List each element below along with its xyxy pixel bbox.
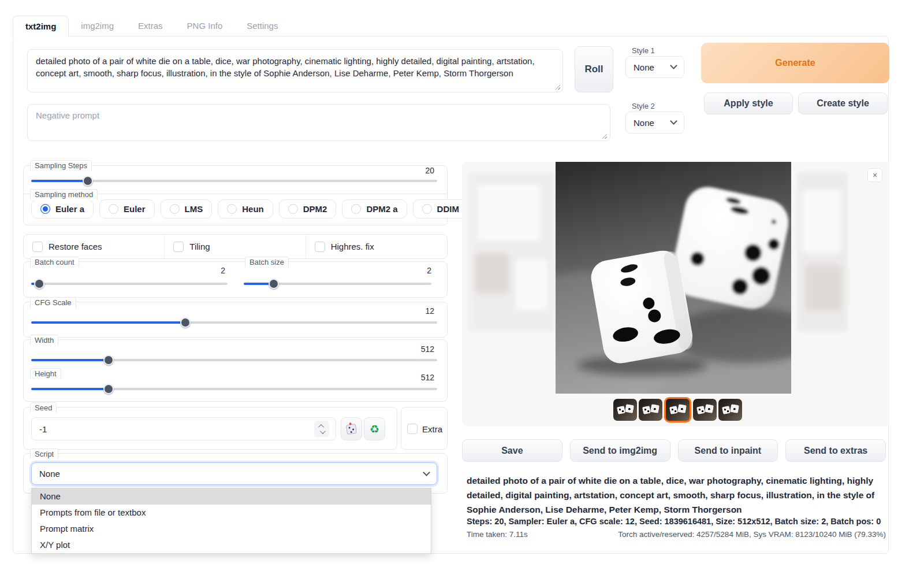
output-stats-row: Time taken: 7.11s Torch active/reserved:… [467, 530, 886, 539]
width-label: Width [30, 335, 58, 346]
random-seed-button[interactable] [341, 417, 362, 440]
tab[interactable]: PNG Info [175, 16, 235, 36]
script-option[interactable]: None [32, 488, 431, 505]
sampler-option[interactable]: DDIM [413, 199, 468, 218]
reuse-seed-button[interactable]: ♻ [364, 417, 385, 440]
slider-knob[interactable] [103, 384, 114, 394]
batch-count-slider[interactable] [31, 279, 228, 289]
extra-checkbox-cell[interactable]: Extra [407, 424, 442, 434]
script-value: None [39, 469, 60, 479]
style2-select[interactable]: None [625, 112, 684, 134]
script-option[interactable]: Prompts from file or textbox [32, 505, 431, 521]
slider-knob[interactable] [103, 355, 114, 365]
option-checkbox-cell[interactable]: Restore faces [24, 235, 165, 258]
slider-knob[interactable] [269, 279, 279, 289]
close-gallery-button[interactable]: × [867, 168, 882, 182]
output-action-button[interactable]: Send to extras [785, 439, 886, 462]
thumb-dice-art [730, 404, 739, 413]
thumb-dice-art [722, 406, 731, 414]
seed-input[interactable] [31, 417, 336, 440]
height-label: Height [30, 368, 61, 379]
sampler-option[interactable]: DPM2 a [342, 199, 407, 218]
create-style-button[interactable]: Create style [798, 92, 888, 114]
script-option[interactable]: Prompt matrix [32, 521, 431, 537]
slider-knob[interactable] [34, 279, 44, 289]
style2-label: Style 2 [629, 102, 658, 110]
sampler-option[interactable]: Euler a [31, 199, 94, 218]
checkbox-icon[interactable] [315, 242, 325, 252]
roll-button[interactable]: Roll [575, 46, 613, 92]
dice-icon [346, 423, 357, 434]
checkbox-icon[interactable] [32, 242, 43, 252]
radio-icon [109, 204, 118, 214]
gallery-thumbnail[interactable] [613, 399, 637, 421]
script-select[interactable]: None [31, 462, 437, 485]
sampler-label: Euler [124, 204, 146, 214]
prompt-input[interactable]: detailed photo of a pair of white die on… [27, 49, 563, 92]
sampling-method-options: Euler a Euler LMS Heun DPM2 DPM2 a DDIM [31, 199, 532, 218]
gallery-thumbnail[interactable] [639, 399, 662, 421]
slider-knob[interactable] [180, 317, 191, 328]
gallery-thumbnail[interactable] [718, 399, 742, 421]
recycle-icon: ♻ [370, 424, 379, 435]
sampler-option[interactable]: DPM2 [279, 199, 337, 218]
radio-icon [227, 204, 237, 214]
options-row: Restore faces Tiling Highres. fix [23, 234, 448, 259]
script-option[interactable]: X/Y plot [32, 537, 431, 553]
slider-knob[interactable] [83, 176, 93, 186]
gallery-thumbnail[interactable] [664, 397, 691, 423]
option-checkbox-cell[interactable]: Tiling [165, 235, 305, 258]
seed-label: Seed [30, 402, 57, 413]
gallery-ghost-right [797, 172, 848, 332]
width-value: 512 [346, 344, 434, 354]
apply-style-button[interactable]: Apply style [704, 92, 793, 114]
sampler-label: Heun [242, 204, 264, 214]
generated-image[interactable] [556, 162, 791, 394]
checkbox-icon[interactable] [407, 424, 418, 434]
radio-icon [40, 204, 50, 214]
checkbox-label: Highres. fix [331, 242, 374, 251]
thumb-dice-art [650, 404, 660, 413]
thumb-dice-art [669, 406, 678, 414]
width-slider[interactable] [31, 355, 437, 365]
tab[interactable]: Extras [126, 16, 175, 36]
output-prompt-text: detailed photo of a pair of white die on… [467, 473, 886, 517]
batch-count-label: Batch count [30, 257, 79, 268]
checkbox-label: Tiling [189, 242, 210, 251]
output-actions: SaveSend to img2imgSend to inpaintSend t… [462, 439, 886, 462]
checkbox-icon[interactable] [173, 242, 184, 252]
sampler-option[interactable]: Heun [218, 199, 273, 218]
sampling-steps-slider[interactable] [31, 176, 437, 186]
output-action-button[interactable]: Send to img2img [570, 439, 670, 462]
thumb-dice-art [642, 406, 651, 414]
radio-icon [351, 204, 361, 214]
thumbnail-strip [613, 397, 742, 423]
output-action-button[interactable]: Send to inpaint [678, 439, 778, 462]
sampler-option[interactable]: LMS [161, 199, 213, 218]
script-menu: NonePrompts from file or textboxPrompt m… [31, 488, 431, 554]
cfg-scale-slider[interactable] [31, 317, 437, 328]
radio-icon [288, 204, 298, 214]
negative-prompt-input[interactable] [27, 104, 610, 141]
checkbox-label: Restore faces [49, 242, 102, 251]
extra-label: Extra [422, 424, 442, 434]
generate-button[interactable]: Generate [701, 43, 889, 83]
cfg-scale-label: CFG Scale [30, 297, 76, 308]
output-params-text: Steps: 20, Sampler: Euler a, CFG scale: … [467, 517, 886, 526]
sampler-option[interactable]: Euler [99, 199, 155, 218]
seed-stepper[interactable] [314, 421, 329, 437]
batch-size-value: 2 [346, 266, 431, 275]
style1-select[interactable]: None [625, 56, 684, 78]
gallery-thumbnail[interactable] [693, 399, 717, 421]
option-checkbox-cell[interactable]: Highres. fix [306, 235, 447, 258]
output-action-button[interactable]: Save [462, 439, 562, 462]
thumb-dice-art [696, 406, 705, 414]
tab[interactable]: Settings [234, 16, 290, 36]
tab[interactable]: img2img [69, 16, 126, 36]
height-slider[interactable] [31, 384, 437, 394]
sampler-label: Euler a [55, 204, 84, 214]
cfg-scale-value: 12 [346, 306, 434, 316]
batch-size-slider[interactable] [244, 279, 431, 289]
chevron-down-icon [670, 62, 677, 69]
tab[interactable]: txt2img [13, 16, 69, 37]
